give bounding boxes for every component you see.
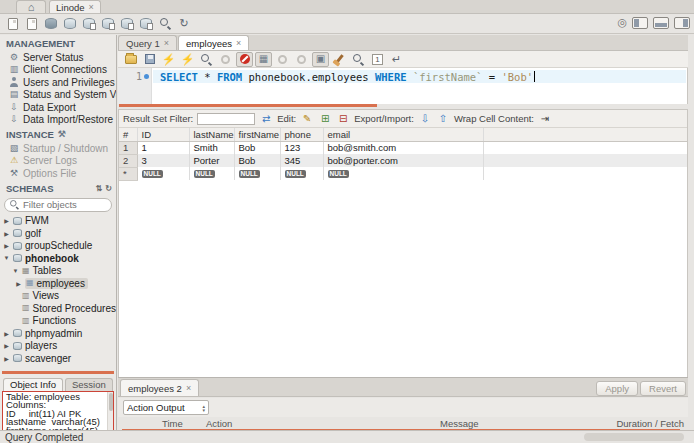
search-data-icon[interactable] <box>157 16 173 32</box>
save-script-icon[interactable] <box>141 52 158 67</box>
spinner-arrows-icon[interactable]: ▴▾ <box>202 404 205 412</box>
close-icon[interactable]: × <box>89 2 94 12</box>
tree-item-phpmyadmin[interactable]: phpmyadmin <box>0 327 116 340</box>
null-badge[interactable]: NULL <box>194 170 215 178</box>
tree-item-tables[interactable]: ▦Tables <box>0 265 116 278</box>
edit-record-icon[interactable]: ✎ <box>300 112 314 125</box>
cell[interactable]: 1 <box>137 141 189 154</box>
cell[interactable]: Bob <box>234 154 280 167</box>
execute-icon[interactable]: ⚡ <box>160 52 177 67</box>
find-icon[interactable] <box>350 52 367 67</box>
chevron-right-icon[interactable] <box>3 355 10 362</box>
toggle-right-sidebar-button[interactable] <box>674 17 690 29</box>
result-filter-input[interactable] <box>197 113 255 125</box>
tree-item-scavenger[interactable]: scavenger <box>0 352 116 365</box>
refresh-icon[interactable]: ⇄ <box>259 112 273 125</box>
chevron-right-icon[interactable] <box>3 230 10 237</box>
column-header-phone[interactable]: phone <box>280 128 323 141</box>
limit-rows-icon[interactable]: ▦ <box>255 52 272 67</box>
tree-item-fwm[interactable]: FWM <box>0 215 116 228</box>
scrollbar-thumb[interactable] <box>584 433 684 441</box>
new-row[interactable]: * NULL NULL NULL NULL NULL <box>119 167 687 180</box>
column-header-action[interactable]: Action <box>206 418 232 429</box>
chevron-right-icon[interactable] <box>3 330 10 337</box>
cell[interactable]: 3 <box>137 154 189 167</box>
tree-item-players[interactable]: players <box>0 340 116 353</box>
chevron-right-icon[interactable] <box>15 280 22 287</box>
sidebar-item-client-connections[interactable]: ▥Client Connections <box>0 64 116 77</box>
toggle-stop-on-error-icon[interactable] <box>236 52 253 67</box>
cell[interactable]: Porter <box>189 154 234 167</box>
column-header-duration[interactable]: Duration / Fetch <box>616 418 684 429</box>
sidebar-item-options-file[interactable]: ⚒Options File <box>0 167 116 180</box>
close-icon[interactable]: × <box>186 383 191 393</box>
export-recordset-icon[interactable]: ⇩ <box>418 112 432 125</box>
connection-tab-linode[interactable]: Linode × <box>49 0 101 13</box>
expand-collapse-icon[interactable]: ⇅ <box>96 184 103 193</box>
tab-employees-2[interactable]: employees 2× <box>120 379 199 396</box>
create-schema-icon[interactable] <box>62 16 78 32</box>
reconnect-db-icon[interactable]: ↻ <box>176 16 192 32</box>
tab-object-info[interactable]: Object Info <box>3 378 63 391</box>
cell[interactable]: Bob <box>234 141 280 154</box>
sidebar-item-server-logs[interactable]: ⚠Server Logs <box>0 155 116 168</box>
create-procedure-icon[interactable] <box>119 16 135 32</box>
null-badge[interactable]: NULL <box>142 170 163 178</box>
cell[interactable]: 345 <box>280 154 323 167</box>
cell[interactable]: bob@smith.com <box>323 141 483 154</box>
chevron-right-icon[interactable] <box>3 242 10 249</box>
null-badge[interactable]: NULL <box>239 170 260 178</box>
null-badge[interactable]: NULL <box>328 170 349 178</box>
column-header-email[interactable]: email <box>323 128 483 141</box>
tree-item-phonebook[interactable]: phonebook <box>0 252 116 265</box>
tab-employees[interactable]: employees× <box>178 35 249 50</box>
tree-item-employees[interactable]: ▦employees <box>0 277 116 290</box>
explain-icon[interactable] <box>198 52 215 67</box>
sidebar-item-server-status[interactable]: ⚙Server Status <box>0 51 116 64</box>
wrap-cell-content-icon[interactable]: ⇥ <box>538 112 552 125</box>
chevron-down-icon[interactable] <box>3 255 10 261</box>
sidebar-item-data-export[interactable]: ⇩Data Export <box>0 101 116 114</box>
apply-button[interactable]: Apply <box>596 381 638 396</box>
sidebar-item-startup-shutdown[interactable]: ▧Startup / Shutdown <box>0 142 116 155</box>
toggle-output-area-button[interactable] <box>653 17 669 29</box>
scrollbar[interactable] <box>107 392 113 431</box>
column-header-lastname[interactable]: lastName <box>189 128 234 141</box>
cell[interactable]: 123 <box>280 141 323 154</box>
execute-current-icon[interactable]: ⚡ <box>179 52 196 67</box>
create-view-icon[interactable] <box>100 16 116 32</box>
insert-row-icon[interactable]: ⊞ <box>318 112 332 125</box>
schema-filter-input[interactable] <box>23 199 103 210</box>
inspector-icon[interactable] <box>43 16 59 32</box>
sql-statement[interactable]: SELECT * FROM phonebook.employees WHERE … <box>160 70 535 83</box>
sidebar-item-data-import[interactable]: ⇩Data Import/Restore <box>0 114 116 127</box>
import-records-icon[interactable]: ⇧ <box>436 112 450 125</box>
tree-item-stored-procedures[interactable]: ▥Stored Procedures <box>0 302 116 315</box>
beautify-query-icon[interactable] <box>331 52 348 67</box>
new-query-tab-icon[interactable] <box>5 16 21 32</box>
create-table-icon[interactable] <box>81 16 97 32</box>
sidebar-splitter[interactable] <box>2 371 114 374</box>
table-row[interactable]: 1 1 Smith Bob 123 bob@smith.com <box>119 141 687 154</box>
column-header-firstname[interactable]: firstName <box>234 128 280 141</box>
refresh-schemas-icon[interactable]: ↻ <box>105 184 112 193</box>
tree-item-groupschedule[interactable]: groupSchedule <box>0 240 116 253</box>
close-icon[interactable]: × <box>164 38 169 48</box>
home-tab[interactable]: ⌂ <box>16 0 46 13</box>
column-header-message[interactable]: Message <box>440 418 479 429</box>
tab-session[interactable]: Session <box>65 378 113 391</box>
delete-row-icon[interactable]: ⊟ <box>336 112 350 125</box>
open-sql-file-icon[interactable] <box>24 16 40 32</box>
wrap-text-icon[interactable]: ↵ <box>388 52 405 67</box>
chevron-down-icon[interactable] <box>12 268 19 274</box>
sidebar-item-users-privileges[interactable]: Users and Privileges <box>0 76 116 89</box>
null-badge[interactable]: NULL <box>285 170 306 178</box>
table-row[interactable]: 2 3 Porter Bob 345 bob@porter.com <box>119 154 687 167</box>
action-output-dropdown[interactable]: Action Output ▴▾ <box>123 400 209 415</box>
chevron-right-icon[interactable] <box>3 342 10 349</box>
sidebar-item-status-system-variables[interactable]: ▤Status and System Variables <box>0 89 116 102</box>
column-header-time[interactable]: Time <box>162 418 183 429</box>
tree-item-golf[interactable]: golf <box>0 227 116 240</box>
cell[interactable]: Smith <box>189 141 234 154</box>
tab-query-1[interactable]: Query 1× <box>118 35 177 50</box>
